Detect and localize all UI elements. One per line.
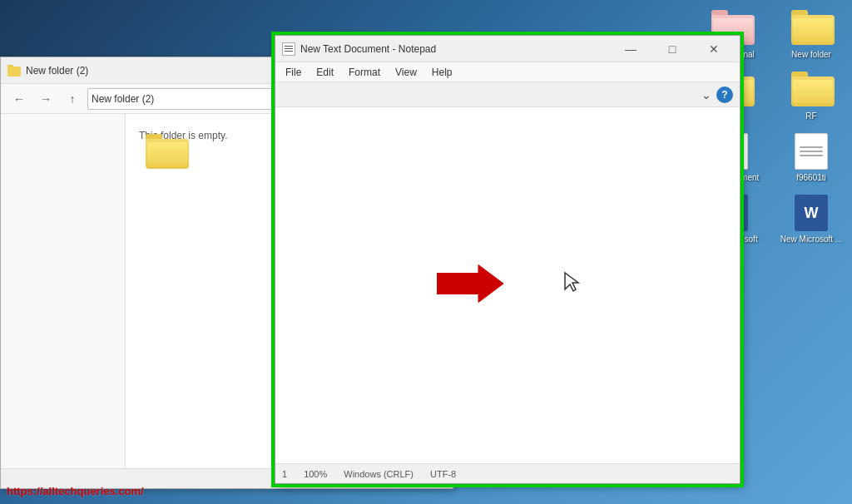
folder-icon [146, 134, 189, 170]
notepad-app-icon [282, 42, 295, 56]
notepad-close-button[interactable]: ✕ [695, 37, 733, 62]
notepad-header-bar: ⌄ ? [275, 82, 740, 107]
forward-button[interactable]: → [34, 87, 57, 111]
notepad-maximize-button[interactable]: □ [653, 37, 691, 62]
desktop-icon-rf[interactable]: RF [774, 67, 849, 125]
status-zoom: 100% [304, 469, 327, 479]
menu-file[interactable]: File [279, 62, 308, 82]
icon-label-rf: RF [805, 111, 816, 121]
desktop-icon-f96601[interactable]: f96601ti [774, 128, 849, 186]
menu-format[interactable]: Format [342, 62, 387, 82]
notepad-statusbar: 1 100% Windows (CRLF) UTF-8 [275, 463, 740, 483]
notepad-minimize-button[interactable]: — [612, 37, 650, 62]
back-button[interactable]: ← [7, 87, 31, 111]
notepad-content[interactable] [275, 107, 740, 463]
collapse-icon[interactable]: ⌄ [701, 88, 711, 101]
svg-marker-0 [437, 265, 503, 303]
desktop-icon-new-folder[interactable]: New folder [774, 5, 849, 63]
notepad-titlebar: New Text Document - Notepad — □ ✕ [275, 36, 740, 62]
watermark-url: https://alltechqueries.com/ [7, 485, 144, 497]
notepad-window: New Text Document - Notepad — □ ✕ File E… [275, 35, 741, 484]
desktop-icon-word2[interactable]: W New Microsoft ... [774, 190, 849, 258]
mouse-cursor [563, 271, 583, 299]
up-button[interactable]: ↑ [61, 87, 84, 111]
menu-edit[interactable]: Edit [310, 62, 340, 82]
menu-view[interactable]: View [389, 62, 424, 82]
notepad-menubar: File Edit Format View Help [275, 62, 740, 82]
address-text: New folder (2) [92, 93, 154, 105]
explorer-folder-icon [7, 65, 21, 77]
explorer-sidebar [1, 114, 126, 468]
notepad-title: New Text Document - Notepad [300, 43, 607, 55]
notepad-window-controls: — □ ✕ [612, 37, 733, 62]
icon-label-f96601: f96601ti [796, 173, 826, 183]
status-line-ending: Windows (CRLF) [344, 469, 414, 479]
status-encoding: UTF-8 [430, 469, 456, 479]
help-icon[interactable]: ? [716, 86, 733, 103]
status-line-col: 1 [282, 469, 287, 479]
menu-help[interactable]: Help [425, 62, 459, 82]
icon-label-word2: New Microsoft ... [780, 235, 842, 245]
desktop: My Personal New folder [0, 0, 852, 504]
red-arrow-indicator [437, 261, 503, 310]
icon-label-new-folder: New folder [791, 50, 831, 60]
explorer-folder-item[interactable] [146, 134, 189, 170]
